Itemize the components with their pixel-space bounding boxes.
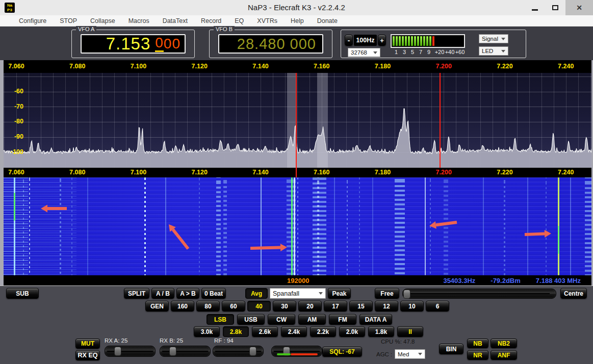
free-button[interactable]: Free — [375, 288, 399, 299]
band-button-15[interactable]: 15 — [349, 301, 373, 311]
centre-button[interactable]: Centre — [560, 288, 587, 299]
minimize-button[interactable] — [525, 0, 545, 15]
band-button-gen[interactable]: GEN — [145, 301, 169, 311]
rx-a-gain-slider[interactable] — [105, 346, 156, 357]
squelch-slider[interactable] — [271, 346, 322, 357]
filter-button-2.4k[interactable]: 2.4k — [281, 326, 307, 337]
maximize-icon — [552, 5, 558, 10]
band-button-12[interactable]: 12 — [375, 301, 398, 311]
band-button-20[interactable]: 20 — [298, 301, 322, 311]
fft-size-select[interactable]: 32768 — [348, 48, 380, 57]
average-button[interactable]: Avg — [245, 288, 268, 299]
band-button-10[interactable]: 10 — [400, 301, 424, 311]
slider-handle[interactable] — [403, 290, 410, 299]
filter-button-2.8k[interactable]: 2.8k — [223, 326, 249, 337]
zero-beat-button[interactable]: 0 Beat — [201, 288, 226, 299]
title-bar[interactable]: Na P3 NaP3 - Elecraft K3 - v2.2.4.2 ✕ — [0, 0, 593, 15]
vfo-a-group-label: VFO A — [76, 26, 96, 32]
rf-gain-slider[interactable] — [213, 346, 264, 357]
freq-tick-7.080: 7.080 — [69, 169, 85, 176]
menu-help[interactable]: Help — [284, 17, 311, 24]
maximize-button[interactable] — [545, 0, 565, 15]
db-tick--100: -100 — [6, 148, 23, 155]
s-meter-segment — [405, 36, 407, 46]
mode-button-data-a[interactable]: DATA A — [359, 314, 392, 325]
cpu-usage-label: CPU %: 47.8 — [381, 339, 415, 345]
mode-button-usb[interactable]: USB — [237, 314, 265, 325]
freq-tick-7.160: 7.160 — [314, 169, 329, 176]
tune-step-down-button[interactable]: - — [345, 35, 353, 46]
vfo-swap-button[interactable]: A / B — [151, 288, 174, 299]
filter-button-1.8k[interactable]: 1.8k — [368, 326, 394, 337]
s-meter-scale: 13579+20+40+60 — [391, 49, 465, 56]
menu-donate[interactable]: Donate — [311, 17, 344, 24]
vfo-a-frequency-hz-rest: 00 — [164, 36, 181, 52]
display-mode-select[interactable]: Spanafall — [270, 288, 326, 299]
meter-style-select[interactable]: LED — [479, 46, 508, 56]
nap3-window: Na P3 NaP3 - Elecraft K3 - v2.2.4.2 ✕ Co… — [0, 0, 593, 364]
mute-button[interactable]: MUT — [75, 339, 100, 349]
pan-slider[interactable] — [402, 289, 556, 299]
split-button[interactable]: SPLIT — [124, 288, 149, 299]
waterfall-display[interactable] — [0, 177, 593, 275]
slider-handle[interactable] — [114, 347, 121, 356]
s-meter-tick: 5 — [411, 49, 414, 55]
menu-collapse[interactable]: Collapse — [84, 17, 122, 24]
freq-tick-7.060: 7.060 — [8, 63, 24, 70]
mode-button-cw[interactable]: CW — [268, 314, 295, 325]
tune-step-up-button[interactable]: + — [378, 35, 386, 46]
rx-eq-button[interactable]: RX EQ — [75, 350, 100, 360]
sub-receiver-button[interactable]: SUB — [6, 288, 39, 299]
annotation-arrow-head — [429, 221, 436, 229]
s-meter-segment — [408, 36, 410, 46]
s-meter-segment — [435, 36, 437, 46]
slider-handle[interactable] — [249, 347, 256, 356]
filter-button-ii[interactable]: II — [397, 326, 423, 337]
band-button-160[interactable]: 160 — [171, 301, 194, 311]
mode-button-am[interactable]: AM — [298, 314, 326, 325]
rx-b-gain-slider[interactable] — [160, 346, 211, 357]
mode-button-fm[interactable]: FM — [329, 314, 356, 325]
band-button-17[interactable]: 17 — [324, 301, 347, 311]
vfo-b-display[interactable]: 28.480 000 — [218, 34, 323, 54]
vfo-a-display[interactable]: 7.153 000 — [81, 34, 186, 54]
peak-button[interactable]: Peak — [328, 288, 351, 299]
status-bar: 192000 35403.3Hz -79.2dBm 7.188 403 MHz — [0, 275, 593, 285]
binaural-button[interactable]: BIN — [439, 344, 463, 354]
meter-mode-select[interactable]: Signal — [479, 34, 508, 43]
db-tick--60: -60 — [6, 88, 23, 95]
menu-record[interactable]: Record — [194, 17, 228, 24]
menu-eq[interactable]: EQ — [228, 17, 250, 24]
band-button-6[interactable]: 6 — [426, 301, 449, 311]
noise-reduction-button[interactable]: NR — [467, 350, 488, 360]
close-button[interactable]: ✕ — [565, 0, 593, 15]
annotation-arrow-shaft — [436, 222, 457, 225]
filter-button-2.0k[interactable]: 2.0k — [339, 326, 365, 337]
menu-datatext[interactable]: DataText — [156, 17, 194, 24]
auto-notch-button[interactable]: ANF — [491, 350, 517, 360]
menu-bar: ConfigureSTOPCollapseMacrosDataTextRecor… — [0, 15, 593, 27]
noise-blanker-2-button[interactable]: NB2 — [491, 339, 517, 348]
band-button-60[interactable]: 60 — [222, 301, 245, 311]
cursor-level-value: -79.2dBm — [491, 277, 521, 284]
menu-xvtrs[interactable]: XVTRs — [250, 17, 284, 24]
band-button-40[interactable]: 40 — [247, 301, 271, 311]
menu-stop[interactable]: STOP — [53, 17, 84, 24]
noise-blanker-button[interactable]: NB — [467, 339, 488, 348]
squelch-value-button[interactable]: SQL: -67 — [322, 347, 362, 357]
spectrum-panadapter[interactable]: -60-70-80-90-100 — [0, 73, 593, 168]
mode-button-lsb[interactable]: LSB — [207, 314, 234, 325]
menu-configure[interactable]: Configure — [12, 17, 53, 24]
band-button-80[interactable]: 80 — [196, 301, 220, 311]
menu-macros[interactable]: Macros — [122, 17, 156, 24]
band-button-30[interactable]: 30 — [273, 301, 296, 311]
chevron-down-icon — [501, 50, 505, 53]
vfo-copy-button[interactable]: A > B — [176, 288, 199, 299]
agc-select[interactable]: Med — [395, 349, 425, 359]
filter-button-2.2k[interactable]: 2.2k — [310, 326, 336, 337]
minimize-icon — [532, 9, 538, 11]
filter-button-2.6k[interactable]: 2.6k — [252, 326, 278, 337]
filter-button-3.0k[interactable]: 3.0k — [194, 326, 220, 337]
slider-handle[interactable] — [169, 347, 176, 356]
spectrum-frequency-scale: 7.0607.0807.1007.1207.1407.1607.1807.200… — [0, 60, 593, 73]
